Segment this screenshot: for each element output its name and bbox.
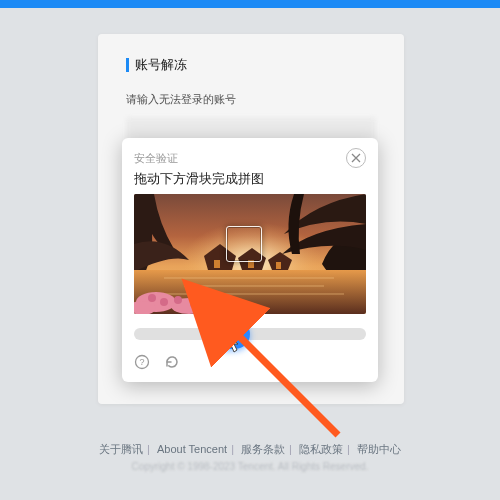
svg-text:?: ? <box>139 357 144 367</box>
svg-rect-2 <box>214 260 220 268</box>
svg-rect-4 <box>276 262 281 269</box>
slider-handle[interactable] <box>208 319 250 349</box>
svg-point-16 <box>190 300 198 308</box>
svg-point-18 <box>223 301 229 307</box>
close-icon[interactable] <box>346 148 366 168</box>
svg-point-15 <box>174 296 182 304</box>
captcha-header: 安全验证 <box>134 151 178 166</box>
refresh-icon[interactable] <box>164 354 180 370</box>
svg-point-14 <box>160 298 168 306</box>
captcha-image <box>134 194 366 314</box>
puzzle-target-slot <box>226 226 262 262</box>
svg-point-17 <box>207 299 213 305</box>
svg-point-13 <box>148 294 156 302</box>
slider-track[interactable] <box>134 328 366 340</box>
captcha-instruction: 拖动下方滑块完成拼图 <box>134 170 366 188</box>
help-icon[interactable]: ? <box>134 354 150 370</box>
captcha-dialog: 安全验证 拖动下方滑块完成拼图 <box>122 138 378 382</box>
captcha-tools: ? <box>134 354 366 370</box>
